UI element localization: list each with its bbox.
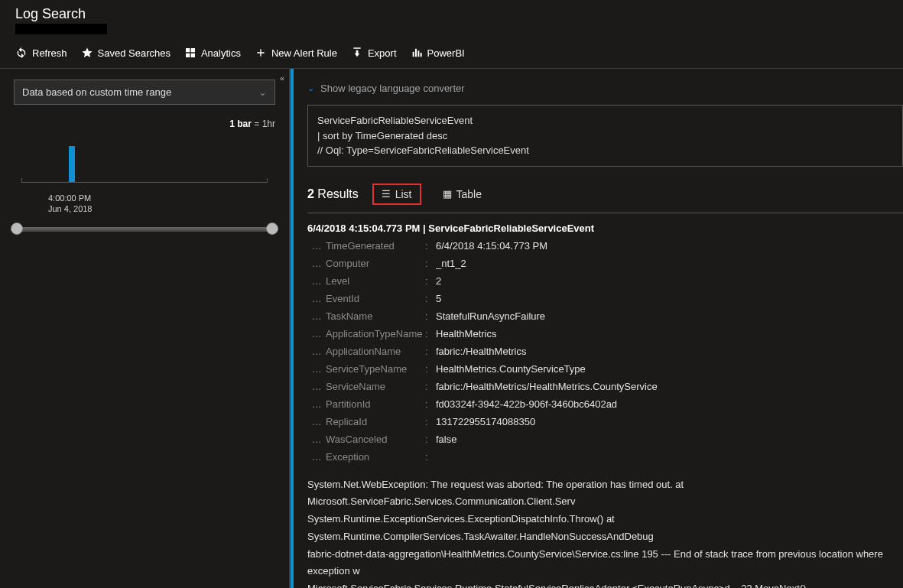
- field-key: ApplicationName: [326, 346, 425, 357]
- refresh-icon: [15, 47, 28, 59]
- powerbi-button[interactable]: PowerBI: [411, 47, 465, 59]
- right-pane: ⌄ Show legacy language converter Service…: [291, 69, 903, 588]
- result-field-row: …WasCanceled:false: [307, 434, 903, 445]
- field-value: 5: [436, 293, 903, 304]
- field-key: EventId: [326, 293, 425, 304]
- page-title: Log Search: [15, 6, 888, 22]
- result-field-row: …Level:2: [307, 275, 903, 287]
- results-count: 2 Results: [307, 187, 359, 201]
- list-icon: ☰: [382, 188, 391, 200]
- field-key: Computer: [326, 258, 425, 269]
- refresh-label: Refresh: [32, 47, 67, 59]
- field-value: 131722955174088350: [436, 416, 903, 427]
- time-slider[interactable]: [14, 227, 275, 232]
- left-pane: « Data based on custom time range ⌄ 1 ba…: [0, 69, 291, 588]
- powerbi-label: PowerBI: [427, 47, 465, 59]
- field-key: Exception: [326, 451, 425, 463]
- query-line: | sort by TimeGenerated desc: [317, 128, 893, 144]
- field-key: PartitionId: [326, 398, 425, 410]
- timeline-bar[interactable]: [69, 146, 75, 183]
- field-key: WasCanceled: [326, 434, 425, 445]
- query-line: // Oql: Type=ServiceFabricReliableServic…: [317, 143, 893, 158]
- result-field-row: …ServiceTypeName:HealthMetrics.CountySer…: [307, 363, 903, 375]
- new-alert-rule-label: New Alert Rule: [271, 47, 337, 59]
- field-key: ServiceTypeName: [326, 363, 425, 375]
- saved-searches-button[interactable]: Saved Searches: [81, 47, 171, 59]
- ellipsis-icon[interactable]: …: [307, 363, 326, 375]
- grid-icon: [184, 47, 197, 59]
- export-label: Export: [368, 47, 397, 59]
- result-field-row: …Computer:_nt1_2: [307, 258, 903, 269]
- expand-down-icon: ⌄: [307, 83, 314, 93]
- export-button[interactable]: Export: [351, 47, 397, 59]
- ellipsis-icon[interactable]: …: [307, 275, 326, 287]
- result-field-row: …ApplicationName:fabric:/HealthMetrics: [307, 346, 903, 357]
- ellipsis-icon[interactable]: …: [307, 346, 326, 357]
- slider-start-knob[interactable]: [11, 223, 23, 235]
- ellipsis-icon[interactable]: …: [307, 328, 326, 339]
- collapse-left-pane-icon[interactable]: «: [280, 73, 284, 83]
- ellipsis-icon[interactable]: …: [307, 398, 326, 410]
- result-field-row: …ApplicationTypeName:HealthMetrics: [307, 328, 903, 339]
- ellipsis-icon[interactable]: …: [307, 240, 326, 252]
- result-field-row: …TimeGenerated:6/4/2018 4:15:04.773 PM: [307, 240, 903, 252]
- ellipsis-icon[interactable]: …: [307, 451, 326, 463]
- field-key: TaskName: [326, 310, 425, 322]
- field-value: fabric:/HealthMetrics: [436, 346, 903, 357]
- ellipsis-icon[interactable]: …: [307, 310, 326, 322]
- result-field-row: …EventId:5: [307, 293, 903, 304]
- result-field-row: …ServiceName:fabric:/HealthMetrics/Healt…: [307, 381, 903, 392]
- slider-end-knob[interactable]: [266, 223, 278, 235]
- ellipsis-icon[interactable]: …: [307, 434, 326, 445]
- saved-searches-label: Saved Searches: [98, 47, 171, 59]
- list-view-button[interactable]: ☰ List: [372, 184, 421, 205]
- download-icon: [351, 47, 363, 59]
- results-bar: 2 Results ☰ List ▦ Table: [307, 184, 903, 213]
- star-icon: [81, 47, 93, 59]
- result-header: 6/4/2018 4:15:04.773 PM | ServiceFabricR…: [307, 223, 903, 234]
- table-icon: ▦: [443, 188, 452, 200]
- field-value: fabric:/HealthMetrics/HealthMetrics.Coun…: [436, 381, 903, 392]
- result-field-row: …TaskName:StatefulRunAsyncFailure: [307, 310, 903, 322]
- field-key: ReplicaId: [326, 416, 425, 427]
- analytics-label: Analytics: [201, 47, 241, 59]
- legacy-converter-link[interactable]: ⌄ Show legacy language converter: [307, 83, 903, 94]
- bar-legend: 1 bar = 1hr: [14, 119, 275, 129]
- timeline-axis: [21, 182, 268, 183]
- field-value: false: [436, 434, 903, 445]
- result-field-row: …ReplicaId:131722955174088350: [307, 416, 903, 427]
- powerbi-icon: [411, 47, 423, 59]
- chevron-down-icon: ⌄: [258, 86, 267, 98]
- field-key: TimeGenerated: [326, 240, 425, 252]
- field-value: StatefulRunAsyncFailure: [436, 310, 903, 322]
- analytics-button[interactable]: Analytics: [184, 47, 241, 59]
- timeline-chart[interactable]: 4:00:00 PM Jun 4, 2018: [14, 137, 275, 190]
- ellipsis-icon[interactable]: …: [307, 293, 326, 304]
- field-key: ServiceName: [326, 381, 425, 392]
- new-alert-rule-button[interactable]: New Alert Rule: [255, 47, 337, 59]
- field-value: 6/4/2018 4:15:04.773 PM: [436, 240, 903, 252]
- result-field-row: …Exception:: [307, 451, 903, 463]
- field-value: 2: [436, 275, 903, 287]
- field-value: HealthMetrics.CountyServiceType: [436, 363, 903, 375]
- toolbar: Refresh Saved Searches Analytics New Ale…: [0, 39, 903, 69]
- field-value: _nt1_2: [436, 258, 903, 269]
- exception-text: System.Net.WebException: The request was…: [307, 476, 903, 589]
- field-key: ApplicationTypeName: [326, 328, 425, 339]
- query-box[interactable]: ServiceFabricReliableServiceEvent | sort…: [307, 105, 903, 167]
- time-range-label: Data based on custom time range: [22, 86, 171, 98]
- field-value: HealthMetrics: [436, 328, 903, 339]
- plus-icon: [255, 47, 267, 59]
- query-line: ServiceFabricReliableServiceEvent: [317, 113, 893, 128]
- timeline-bar-label: 4:00:00 PM Jun 4, 2018: [48, 193, 93, 215]
- ellipsis-icon[interactable]: …: [307, 381, 326, 392]
- table-view-button[interactable]: ▦ Table: [435, 185, 489, 203]
- result-field-row: …PartitionId:fd03324f-3942-422b-906f-346…: [307, 398, 903, 410]
- workspace-name-redacted: [15, 24, 107, 34]
- field-value: fd03324f-3942-422b-906f-3460bc6402ad: [436, 398, 903, 410]
- ellipsis-icon[interactable]: …: [307, 416, 326, 427]
- ellipsis-icon[interactable]: …: [307, 258, 326, 269]
- refresh-button[interactable]: Refresh: [15, 47, 67, 59]
- field-key: Level: [326, 275, 425, 287]
- time-range-select[interactable]: Data based on custom time range ⌄: [14, 80, 275, 105]
